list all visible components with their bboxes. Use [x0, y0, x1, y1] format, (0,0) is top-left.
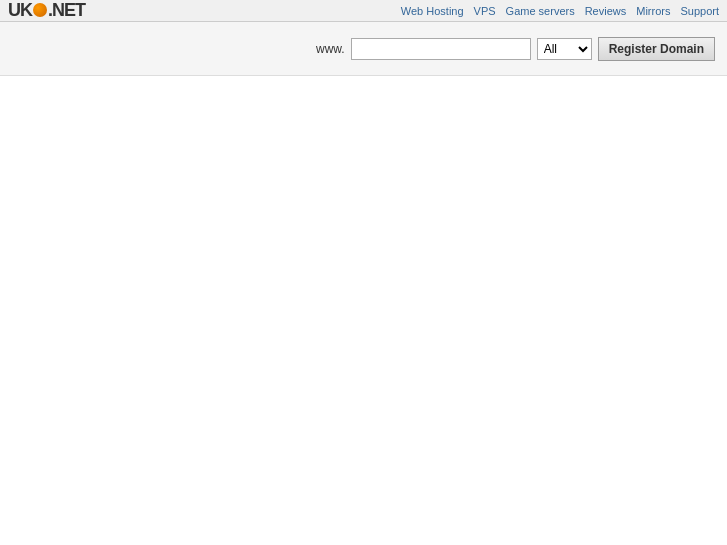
- nav-link-game-servers[interactable]: Game servers: [506, 5, 575, 17]
- main-content: [0, 76, 727, 545]
- logo-net-text: .NET: [48, 0, 85, 21]
- logo-uk-text: UK: [8, 0, 32, 21]
- nav-link-reviews[interactable]: Reviews: [585, 5, 627, 17]
- register-domain-button[interactable]: Register Domain: [598, 37, 715, 61]
- nav-link-vps[interactable]: VPS: [474, 5, 496, 17]
- nav-link-web-hosting[interactable]: Web Hosting: [401, 5, 464, 17]
- logo: UK.NET: [8, 0, 85, 21]
- nav-links: Web Hosting VPS Game servers Reviews Mir…: [401, 5, 719, 17]
- www-label: www.: [316, 42, 345, 56]
- nav-link-support[interactable]: Support: [680, 5, 719, 17]
- logo-area: UK.NET: [8, 0, 85, 21]
- topbar: UK.NET Web Hosting VPS Game servers Revi…: [0, 0, 727, 22]
- domain-input[interactable]: [351, 38, 531, 60]
- logo-circle-icon: [33, 3, 47, 17]
- tld-select[interactable]: All .com .net .org .co.uk .uk: [537, 38, 592, 60]
- nav-link-mirrors[interactable]: Mirrors: [636, 5, 670, 17]
- domain-bar: www. All .com .net .org .co.uk .uk Regis…: [0, 22, 727, 76]
